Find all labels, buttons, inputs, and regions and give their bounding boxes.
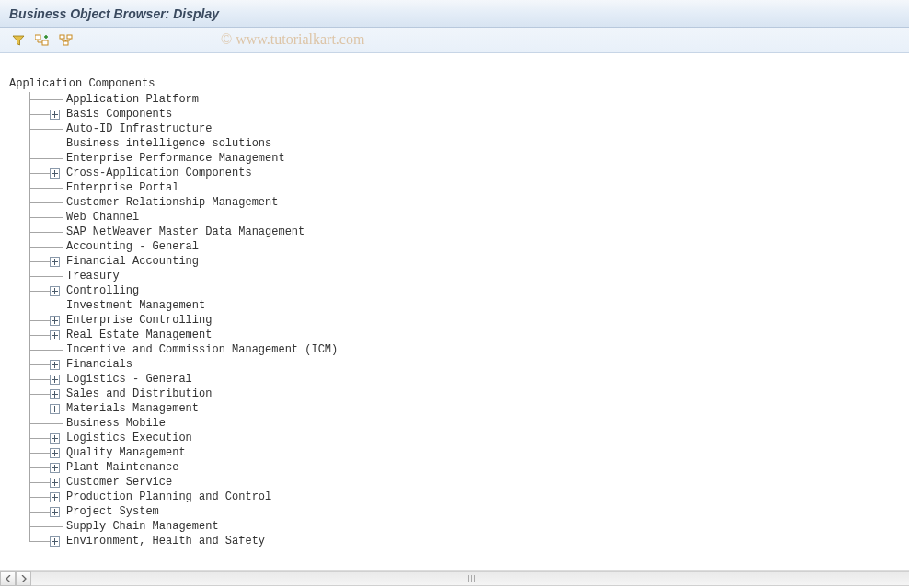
tree-item-label: Customer Relationship Management bbox=[66, 196, 278, 209]
expand-icon[interactable] bbox=[50, 375, 60, 385]
tree-item-label: Auto-ID Infrastructure bbox=[66, 122, 212, 135]
expand-icon[interactable] bbox=[50, 257, 60, 267]
tree-item[interactable]: Customer Service bbox=[29, 475, 909, 490]
tree-item[interactable]: Business intelligence solutions bbox=[29, 136, 909, 151]
tree-item[interactable]: Investment Management bbox=[29, 298, 909, 313]
tree-item-label: Application Platform bbox=[66, 93, 199, 106]
tree-item[interactable]: Incentive and Commission Management (ICM… bbox=[29, 342, 909, 357]
svg-rect-2 bbox=[60, 35, 64, 39]
scroll-right-button[interactable] bbox=[16, 571, 31, 586]
tree-item[interactable]: Plant Maintenance bbox=[29, 460, 909, 475]
tree-item-label: Incentive and Commission Management (ICM… bbox=[66, 343, 338, 356]
expand-icon[interactable] bbox=[50, 478, 60, 488]
tree-item[interactable]: Logistics - General bbox=[29, 372, 909, 386]
tree-item[interactable]: Quality Management bbox=[29, 445, 909, 460]
svg-rect-4 bbox=[63, 41, 68, 45]
page-title: Business Object Browser: Display bbox=[9, 6, 219, 21]
tree-item-label: Customer Service bbox=[66, 476, 172, 489]
tree-item[interactable]: Environment, Health and Safety bbox=[29, 534, 909, 548]
scroll-grip-icon bbox=[464, 575, 477, 582]
tree-item-label: Supply Chain Management bbox=[66, 520, 219, 533]
tree-item[interactable]: Project System bbox=[29, 504, 909, 519]
tree-item[interactable]: Web Channel bbox=[29, 210, 909, 225]
expand-icon[interactable] bbox=[50, 492, 60, 502]
tree-item-label: Logistics Execution bbox=[66, 432, 192, 444]
tree-item-label: Enterprise Controlling bbox=[66, 314, 212, 327]
tree-item-label: Cross-Application Components bbox=[66, 167, 252, 179]
tree-root[interactable]: Application Components bbox=[9, 77, 909, 90]
tree-item-label: Enterprise Performance Management bbox=[66, 152, 285, 165]
scroll-track[interactable] bbox=[31, 571, 909, 586]
titlebar: Business Object Browser: Display bbox=[0, 0, 909, 28]
tree-item[interactable]: Supply Chain Management bbox=[29, 519, 909, 534]
tree-item[interactable]: SAP NetWeaver Master Data Management bbox=[29, 225, 909, 239]
tree-item[interactable]: Financials bbox=[29, 357, 909, 372]
scroll-left-button[interactable] bbox=[0, 571, 16, 586]
expand-icon[interactable] bbox=[50, 463, 60, 473]
watermark: © www.tutorialkart.com bbox=[221, 31, 364, 48]
expand-icon[interactable] bbox=[50, 448, 60, 458]
tree-item-label: Financials bbox=[66, 358, 132, 371]
tree-item-label: Quality Management bbox=[66, 446, 186, 459]
chevron-left-icon bbox=[6, 575, 11, 582]
tree-item[interactable]: Treasury bbox=[29, 269, 909, 283]
tree-item-label: Sales and Distribution bbox=[66, 387, 212, 400]
tree-item-label: Basis Components bbox=[66, 108, 172, 121]
tree-item-label: Business Mobile bbox=[66, 417, 166, 430]
tree-item-label: Web Channel bbox=[66, 211, 139, 224]
svg-rect-3 bbox=[67, 35, 72, 39]
tree-item-label: Business intelligence solutions bbox=[66, 137, 271, 150]
add-node-button[interactable] bbox=[33, 31, 52, 50]
expand-icon[interactable] bbox=[50, 110, 60, 120]
tree-item[interactable]: Logistics Execution bbox=[29, 431, 909, 445]
tree-item[interactable]: Enterprise Controlling bbox=[29, 313, 909, 328]
tree-item-label: Controlling bbox=[66, 284, 139, 297]
tree-item-label: SAP NetWeaver Master Data Management bbox=[66, 225, 305, 238]
tree-item-label: Financial Accounting bbox=[66, 255, 199, 268]
tree-item[interactable]: Real Estate Management bbox=[29, 328, 909, 342]
expand-icon[interactable] bbox=[50, 316, 60, 326]
tree: Application PlatformBasis ComponentsAuto… bbox=[29, 92, 909, 548]
expand-icon[interactable] bbox=[50, 433, 60, 444]
tree-item-label: Logistics - General bbox=[66, 373, 192, 386]
expand-icon[interactable] bbox=[50, 536, 60, 547]
tree-item[interactable]: Business Mobile bbox=[29, 416, 909, 431]
tree-item[interactable]: Production Planning and Control bbox=[29, 490, 909, 504]
tree-item[interactable]: Controlling bbox=[29, 283, 909, 298]
toolbar: © www.tutorialkart.com bbox=[0, 28, 909, 53]
tree-item-label: Environment, Health and Safety bbox=[66, 535, 265, 548]
tree-item[interactable]: Basis Components bbox=[29, 107, 909, 121]
expand-icon[interactable] bbox=[50, 389, 60, 399]
svg-rect-0 bbox=[35, 35, 40, 40]
horizontal-scrollbar[interactable] bbox=[0, 570, 909, 586]
tree-item-label: Accounting - General bbox=[66, 240, 199, 253]
expand-icon[interactable] bbox=[50, 330, 60, 340]
expand-icon[interactable] bbox=[50, 168, 60, 179]
tree-item[interactable]: Materials Management bbox=[29, 401, 909, 416]
tree-item-label: Production Planning and Control bbox=[66, 490, 271, 503]
tree-item-label: Investment Management bbox=[66, 299, 205, 312]
tree-item-label: Enterprise Portal bbox=[66, 181, 178, 194]
tree-item[interactable]: Financial Accounting bbox=[29, 254, 909, 269]
expand-icon[interactable] bbox=[50, 286, 60, 296]
tree-item[interactable]: Auto-ID Infrastructure bbox=[29, 121, 909, 136]
tree-item-label: Plant Maintenance bbox=[66, 461, 178, 474]
tree-item-label: Materials Management bbox=[66, 402, 199, 415]
svg-rect-1 bbox=[42, 40, 48, 45]
filter-button[interactable] bbox=[9, 31, 28, 50]
tree-item[interactable]: Enterprise Performance Management bbox=[29, 151, 909, 166]
expand-icon[interactable] bbox=[50, 507, 60, 517]
tree-item[interactable]: Application Platform bbox=[29, 92, 909, 107]
filter-icon bbox=[12, 34, 25, 47]
tree-item[interactable]: Cross-Application Components bbox=[29, 166, 909, 180]
tree-item[interactable]: Sales and Distribution bbox=[29, 386, 909, 401]
expand-icon[interactable] bbox=[50, 360, 60, 370]
tree-item[interactable]: Customer Relationship Management bbox=[29, 195, 909, 210]
tree-item[interactable]: Accounting - General bbox=[29, 239, 909, 254]
expand-icon[interactable] bbox=[50, 404, 60, 414]
add-node-icon bbox=[35, 34, 50, 47]
expand-subtree-button[interactable] bbox=[57, 31, 75, 50]
expand-subtree-icon bbox=[59, 34, 74, 47]
tree-item-label: Treasury bbox=[66, 270, 120, 282]
tree-item[interactable]: Enterprise Portal bbox=[29, 180, 909, 195]
